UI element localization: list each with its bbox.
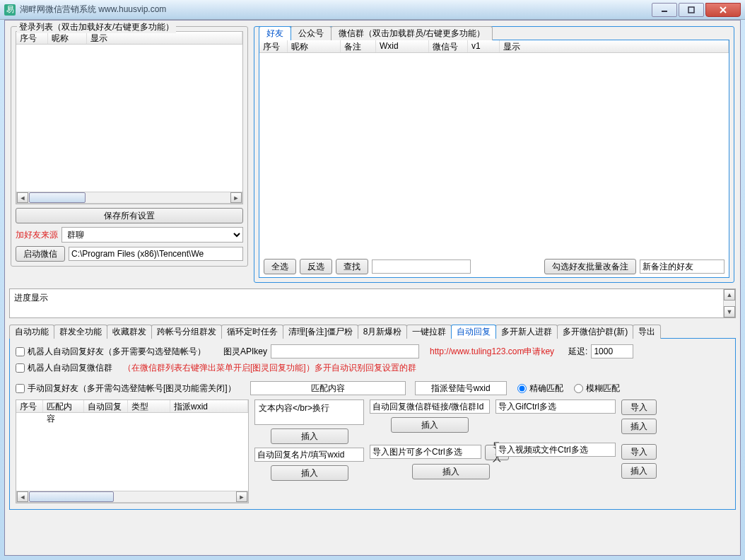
progress-vscroll[interactable]: ▲▼ [723, 289, 735, 317]
login-hscroll[interactable]: ◄► [16, 192, 242, 204]
save-settings-button[interactable]: 保存所有设置 [16, 208, 243, 223]
cb-robot-reply-group[interactable]: 机器人自动回复微信群 [16, 362, 112, 374]
start-wechat-button[interactable]: 启动微信 [16, 246, 65, 262]
th-assign: 指派wxid [170, 400, 248, 412]
svg-rect-1 [688, 7, 694, 13]
tab-loop-task[interactable]: 循环定时任务 [221, 325, 283, 339]
cb2-note: （在微信群列表右键弹出菜单开启[图灵回复功能]）多开自动识别回复设置的群 [123, 362, 416, 374]
insert-gif-button[interactable]: 插入 [621, 419, 657, 434]
assign-wxid-input[interactable] [415, 381, 507, 395]
th-nick: 昵称 [288, 40, 341, 52]
tab-multi-newcomer[interactable]: 多开新人进群 [495, 325, 558, 339]
login-table[interactable]: 序号 昵称 显示 ◄► [16, 31, 243, 204]
th-seq: 序号 [259, 40, 288, 52]
find-input[interactable] [372, 259, 471, 274]
new-remark-input[interactable] [640, 259, 725, 274]
progress-label: 进度显示 [14, 292, 48, 315]
window-title: 湖畔网微信营销系统 www.huusvip.com [20, 4, 166, 16]
delay-input[interactable] [591, 344, 633, 358]
insert-text-button[interactable]: 插入 [271, 428, 348, 444]
reply-rules-table[interactable]: 序号 匹配内容 自动回复 类型 指派wxid ◄► [16, 399, 249, 503]
import-image-input[interactable] [370, 445, 481, 459]
import-video-button[interactable]: 导入 [621, 444, 657, 460]
tab-auto-reply[interactable]: 自动回复 [451, 325, 496, 339]
th-wxid: Wxid [376, 40, 429, 52]
th-match: 匹配内容 [43, 400, 84, 412]
tab-groups[interactable]: 微信群（双击加载群员/右键更多功能） [331, 26, 493, 40]
delay-label: 延迟: [568, 346, 587, 358]
tab-public[interactable]: 公众号 [291, 26, 332, 40]
tab-export[interactable]: 导出 [633, 325, 661, 339]
card-wxid-input[interactable] [254, 448, 364, 462]
import-gif-input[interactable] [495, 399, 616, 414]
login-list-legend: 登录列表（双击加载好友/右键更多功能） [17, 21, 176, 33]
th-seq: 序号 [16, 400, 43, 412]
maximize-button[interactable] [679, 3, 704, 17]
th-remark: 备注 [341, 40, 376, 52]
tab-multi-protect[interactable]: 多开微信护群(新) [557, 325, 633, 339]
th-auto: 自动回复 [84, 400, 128, 412]
tab-one-key-group[interactable]: 一键拉群 [406, 325, 452, 339]
insert-card-button[interactable]: 插入 [271, 465, 348, 481]
radio-fuzzy-match[interactable]: 模糊匹配 [574, 383, 620, 395]
radio-exact-match[interactable]: 精确匹配 [517, 383, 563, 395]
th-wechat: 微信号 [429, 40, 468, 52]
app-icon: 易 [4, 4, 16, 16]
wechat-path-input[interactable] [69, 247, 243, 261]
tab-fav-send[interactable]: 收藏群发 [107, 325, 152, 339]
insert-group-button[interactable]: 插入 [391, 417, 469, 433]
tab-aug-fans[interactable]: 8月新爆粉 [358, 325, 408, 339]
tab-auto-func[interactable]: 自动功能 [9, 325, 54, 339]
th-disp: 显示 [500, 40, 729, 52]
text-content-input[interactable]: 文本内容</br>换行 [254, 399, 364, 425]
tab-mass-send[interactable]: 群发全功能 [54, 325, 107, 339]
import-gif-button[interactable]: 导入 [621, 399, 657, 415]
th-seq: 序号 [16, 32, 48, 44]
find-button[interactable]: 查找 [336, 259, 368, 274]
th-disp: 显示 [87, 32, 242, 44]
close-button[interactable] [705, 3, 741, 17]
rules-hscroll[interactable]: ◄► [16, 491, 248, 503]
select-all-button[interactable]: 全选 [264, 259, 296, 274]
th-nick: 昵称 [48, 32, 87, 44]
tab-cross-account[interactable]: 跨帐号分组群发 [151, 325, 222, 339]
invert-select-button[interactable]: 反选 [300, 259, 332, 274]
import-video-input[interactable] [495, 443, 616, 457]
tab-friends[interactable]: 好友 [259, 26, 291, 40]
add-friend-source-label: 加好友来源 [16, 229, 58, 241]
minimize-button[interactable] [652, 3, 677, 17]
th-v1: v1 [468, 40, 500, 52]
th-type: 类型 [128, 400, 170, 412]
api-key-label: 图灵APIkey [223, 346, 267, 358]
group-link-input[interactable] [370, 399, 490, 414]
friends-table[interactable]: 序号 昵称 备注 Wxid 微信号 v1 显示 [259, 40, 729, 252]
match-content-input[interactable] [250, 381, 406, 395]
batch-remark-button[interactable]: 勾选好友批量改备注 [544, 259, 636, 274]
add-friend-source-select[interactable]: 群聊 [61, 227, 243, 243]
tab-clean-zombie[interactable]: 清理[备注]僵尸粉 [283, 325, 358, 339]
api-key-input[interactable] [271, 344, 419, 358]
insert-video-button[interactable]: 插入 [621, 463, 657, 479]
api-link: http://www.tuling123.com申请key [430, 346, 554, 358]
cb-manual-reply[interactable]: 手动回复好友（多开需勾选登陆帐号[图灵功能需关闭]） [16, 383, 236, 395]
progress-display: 进度显示 ▲▼ [9, 288, 736, 318]
cb-robot-reply-friend[interactable]: 机器人自动回复好友（多开需要勾选登陆帐号） [16, 346, 206, 358]
insert-image-button[interactable]: 插入 [412, 464, 490, 479]
